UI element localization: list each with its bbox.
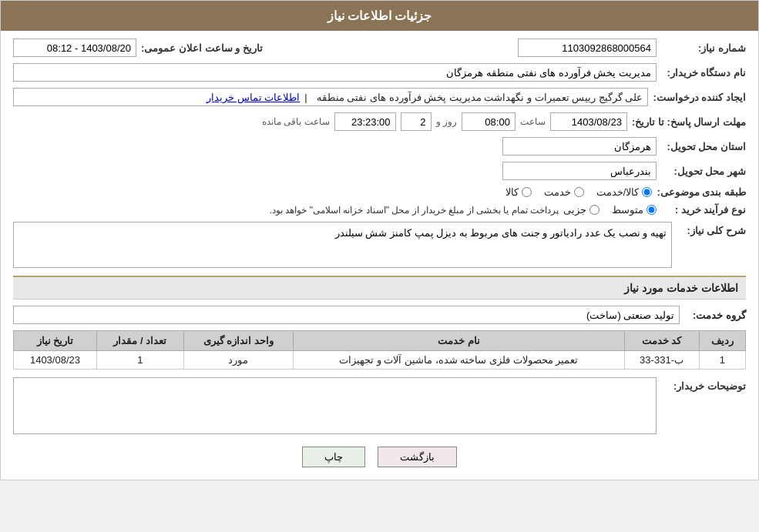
services-table-wrapper: ردیف کد خدمت نام خدمت واحد اندازه گیری ت… — [13, 330, 746, 370]
shenabeh-input[interactable] — [518, 38, 657, 57]
row-shenabeh: شماره نیاز: تاریخ و ساعت اعلان عمومی: — [13, 38, 746, 57]
tarikh-label: تاریخ و ساعت اعلان عمومی: — [141, 42, 263, 54]
row-tabaqe: طبقه بندی موضوعی: کالا/خدمت خدمت کالا — [13, 186, 746, 198]
services-table: ردیف کد خدمت نام خدمت واحد اندازه گیری ت… — [13, 330, 746, 370]
ostan-input[interactable] — [502, 137, 657, 156]
namdestgah-input[interactable] — [13, 63, 657, 82]
tabaqe-option-khadamat[interactable]: خدمت — [544, 186, 584, 198]
th-radif: ردیف — [699, 331, 745, 351]
content-area: شماره نیاز: تاریخ و ساعت اعلان عمومی: نا… — [1, 31, 758, 480]
row-grohe: گروه خدمت: — [13, 306, 746, 324]
ijad-label: ایجاد کننده درخواست: — [653, 92, 746, 103]
tarikh-input[interactable] — [13, 38, 136, 57]
tabaqe-option-kala[interactable]: کالا — [505, 186, 532, 198]
th-tarikh: تاریخ نیاز — [14, 331, 97, 351]
row-namdestgah: نام دستگاه خریدار: — [13, 63, 746, 82]
sharh-label: شرح کلی نیاز: — [677, 222, 746, 236]
header-title: جزئیات اطلاعات نیاز — [327, 9, 432, 22]
tabaqe-radio-group: کالا/خدمت خدمت کالا — [505, 186, 653, 198]
tabaqe-label: طبقه بندی موضوعی: — [657, 186, 746, 198]
noefara-radio-group: متوسط جزیی — [563, 204, 657, 216]
tabaqe-radio-khadamat[interactable] — [574, 187, 584, 197]
tosih-textarea[interactable] — [13, 377, 657, 434]
ijad-value: علی گرگیج رییس تعمیرات و نگهداشت مدیریت … — [317, 92, 643, 103]
page-wrapper: جزئیات اطلاعات نیاز شماره نیاز: تاریخ و … — [0, 0, 759, 480]
mohlet-roz-input[interactable] — [401, 112, 432, 131]
th-code: کد خدمت — [624, 331, 699, 351]
tabaqe-option-kala-khadamat[interactable]: کالا/خدمت — [596, 186, 653, 198]
th-tedad: تعداد / مقدار — [96, 331, 183, 351]
row-noefara: نوع فرآیند خرید : متوسط جزیی پرداخت تمام… — [13, 204, 746, 216]
namdestgah-label: نام دستگاه خریدار: — [661, 67, 746, 79]
row-ostan: استان محل تحویل: — [13, 137, 746, 156]
shahr-input[interactable] — [502, 162, 657, 180]
khadamat-section-title: اطلاعات خدمات مورد نیاز — [13, 276, 746, 299]
row-sharh: شرح کلی نیاز: — [13, 222, 746, 268]
th-vahed: واحد اندازه گیری — [183, 331, 293, 351]
ijad-link[interactable]: اطلاعات تماس خریدار — [207, 92, 300, 103]
noefara-label: نوع فرآیند خرید : — [661, 204, 746, 216]
grohe-label: گروه خدمت: — [684, 309, 746, 321]
back-button[interactable]: بازگشت — [378, 447, 457, 467]
mohlet-label: مهلت ارسال پاسخ: تا تاریخ: — [632, 116, 746, 128]
mohlet-saat-label: ساعت — [520, 116, 546, 127]
grohe-input[interactable] — [13, 306, 680, 324]
th-name: نام خدمت — [293, 331, 624, 351]
noefara-text: پرداخت تمام یا بخشی از مبلغ خریدار از مح… — [13, 205, 559, 216]
mohlet-date-input[interactable] — [550, 112, 627, 131]
tabaqe-radio-kala[interactable] — [522, 187, 532, 197]
button-bar: بازگشت چاپ — [13, 447, 746, 467]
noefara-option-jozi[interactable]: جزیی — [563, 204, 599, 216]
ostan-label: استان محل تحویل: — [661, 141, 746, 152]
table-row: 1ب-331-33تعمیر محصولات فلزی ساخته شده، م… — [14, 351, 746, 370]
shahr-label: شهر محل تحویل: — [661, 166, 746, 177]
row-mohlet: مهلت ارسال پاسخ: تا تاریخ: ساعت روز و سا… — [13, 112, 746, 131]
mohlet-mande-label: ساعت باقی مانده — [262, 116, 330, 127]
noefara-option-motavaset[interactable]: متوسط — [612, 204, 657, 216]
noefara-radio-motavaset[interactable] — [646, 205, 657, 215]
shenabeh-label: شماره نیاز: — [661, 42, 746, 54]
mohlet-mande-input[interactable] — [334, 112, 396, 131]
tosih-label: توضیحات خریدار: — [661, 377, 746, 392]
noefara-radio-jozi[interactable] — [589, 205, 599, 215]
mohlet-saat-input[interactable] — [462, 112, 516, 131]
header-bar: جزئیات اطلاعات نیاز — [1, 1, 758, 31]
row-ijad: ایجاد کننده درخواست: علی گرگیج رییس تعمی… — [13, 88, 746, 106]
tabaqe-radio-kala-khadamat[interactable] — [642, 187, 652, 197]
mohlet-roz-label: روز و — [436, 116, 457, 127]
print-button[interactable]: چاپ — [302, 447, 365, 467]
row-shahr: شهر محل تحویل: — [13, 162, 746, 180]
row-tosih: توضیحات خریدار: — [13, 377, 746, 434]
sharh-textarea[interactable] — [13, 222, 672, 268]
